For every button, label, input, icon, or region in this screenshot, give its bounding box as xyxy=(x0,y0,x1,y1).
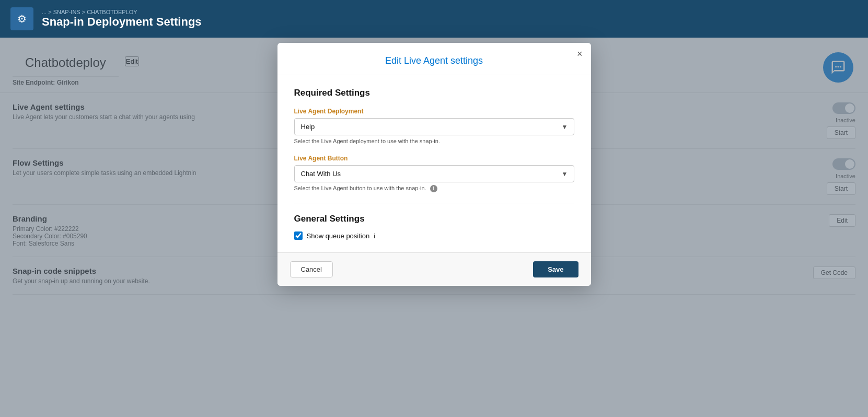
show-queue-position-label: Show queue position xyxy=(307,232,370,240)
top-header: ⚙ ... > SNAP-INS > CHATBOTDEPLOY Snap-in… xyxy=(0,0,868,38)
breadcrumb: ... > SNAP-INS > CHATBOTDEPLOY xyxy=(42,9,202,15)
show-queue-position-row: Show queue position i xyxy=(294,231,574,240)
modal-overlay: Edit Live Agent settings × Required Sett… xyxy=(0,38,868,417)
live-agent-button-select-wrapper: Chat With Us ▼ xyxy=(294,165,574,182)
show-queue-position-checkbox[interactable] xyxy=(294,231,303,240)
modal-body: Required Settings Live Agent Deployment … xyxy=(277,75,591,252)
page-title: Snap-in Deployment Settings xyxy=(42,15,202,29)
gear-icon: ⚙ xyxy=(10,7,33,30)
live-agent-deployment-select[interactable]: Help xyxy=(294,118,574,135)
live-agent-button-label: Live Agent Button xyxy=(294,155,574,162)
live-agent-button-hint: Select the Live Agent button to use with… xyxy=(294,185,574,192)
modal-header: Edit Live Agent settings × xyxy=(277,43,591,75)
modal: Edit Live Agent settings × Required Sett… xyxy=(277,43,591,286)
modal-divider xyxy=(294,203,574,203)
cancel-button[interactable]: Cancel xyxy=(290,261,333,277)
breadcrumb-area: ... > SNAP-INS > CHATBOTDEPLOY Snap-in D… xyxy=(42,9,202,29)
live-agent-button-info-icon[interactable]: i xyxy=(430,185,437,192)
required-settings-title: Required Settings xyxy=(294,88,574,98)
live-agent-button-group: Live Agent Button Chat With Us ▼ Select … xyxy=(294,155,574,192)
live-agent-deployment-label: Live Agent Deployment xyxy=(294,108,574,115)
main-area: Chatbotdeploy Edit Site Endpoint: Giriko… xyxy=(0,38,868,417)
modal-footer: Cancel Save xyxy=(277,252,591,286)
live-agent-deployment-select-wrapper: Help ▼ xyxy=(294,118,574,135)
save-button[interactable]: Save xyxy=(533,261,578,277)
live-agent-button-select[interactable]: Chat With Us xyxy=(294,165,574,182)
live-agent-deployment-hint: Select the Live Agent deployment to use … xyxy=(294,138,574,144)
general-settings-title: General Settings xyxy=(294,214,574,224)
live-agent-deployment-group: Live Agent Deployment Help ▼ Select the … xyxy=(294,108,574,144)
modal-title: Edit Live Agent settings xyxy=(290,55,578,66)
queue-position-info-icon[interactable]: i xyxy=(374,232,375,240)
modal-close-button[interactable]: × xyxy=(577,49,583,59)
